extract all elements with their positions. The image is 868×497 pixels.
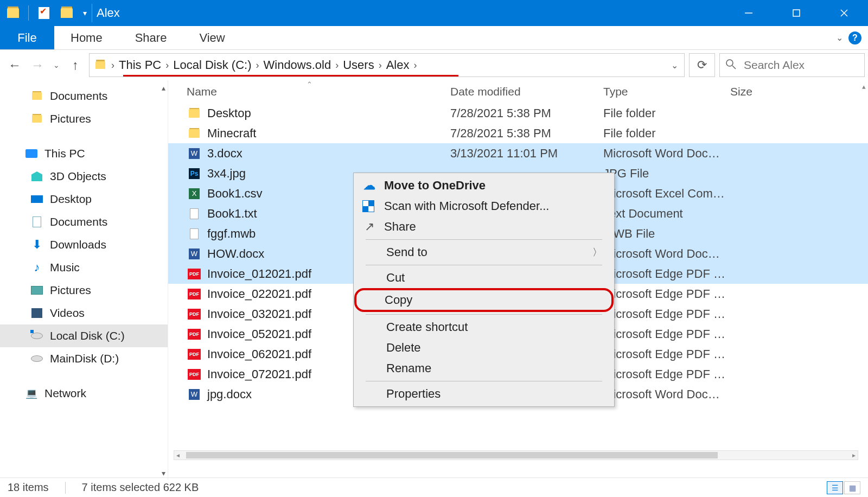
scroll-right-icon[interactable]: ▸	[852, 451, 856, 459]
sidebar-item-desktop[interactable]: Desktop	[0, 188, 168, 211]
chevron-right-icon[interactable]: ›	[253, 60, 263, 71]
folder-icon	[30, 90, 43, 103]
title-bar: ▾ Alex	[0, 0, 868, 26]
sidebar-item-label: Desktop	[50, 193, 92, 206]
sidebar-item-pictures[interactable]: Pictures	[0, 107, 168, 130]
col-size[interactable]: Size	[730, 85, 868, 98]
status-item-count: 18 items	[8, 481, 49, 494]
ribbon-tab-home[interactable]: Home	[54, 26, 119, 49]
crumb-local-disk[interactable]: Local Disk (C:)	[172, 58, 252, 72]
ribbon-expand-icon[interactable]: ⌄	[836, 33, 843, 43]
close-button[interactable]	[820, 0, 868, 26]
sidebar-item-downloads[interactable]: ⬇ Downloads	[0, 233, 168, 256]
ribbon-tabs: File Home Share View ⌄ ?	[0, 26, 868, 50]
scrollbar-thumb[interactable]	[186, 452, 718, 458]
help-icon[interactable]: ?	[848, 31, 861, 44]
file-row[interactable]: W3.docx3/13/2021 11:01 PMMicrosoft Word …	[168, 143, 868, 163]
sidebar-item-network[interactable]: 💻 Network	[0, 382, 168, 405]
ribbon-file-tab[interactable]: File	[0, 26, 54, 49]
qat-dropdown-icon[interactable]: ▾	[80, 9, 90, 17]
sidebar-item-music[interactable]: ♪ Music	[0, 256, 168, 279]
view-thumbnails-button[interactable]: ▦	[844, 481, 860, 494]
crumb-this-pc[interactable]: This PC	[118, 58, 162, 72]
chevron-right-icon[interactable]: ›	[108, 60, 118, 71]
ctx-share[interactable]: ↗ Share	[356, 216, 612, 237]
chevron-right-icon: 〉	[592, 246, 602, 259]
sidebar-item-videos[interactable]: Videos	[0, 302, 168, 324]
scroll-up-icon[interactable]: ▴	[162, 84, 165, 92]
col-type[interactable]: Type	[603, 85, 730, 98]
separator	[366, 265, 602, 265]
sidebar-item-label: Downloads	[50, 238, 106, 251]
file-type: File folder	[603, 106, 730, 120]
scroll-left-icon[interactable]: ◂	[176, 451, 180, 459]
folder-icon	[187, 129, 202, 138]
file-row[interactable]: Minecraft7/28/2021 5:38 PMFile folder	[168, 123, 868, 143]
crumb-alex[interactable]: Alex	[385, 58, 411, 72]
horizontal-scrollbar[interactable]: ◂ ▸	[174, 450, 858, 460]
address-bar[interactable]: › This PC › Local Disk (C:) › Windows.ol…	[89, 53, 685, 77]
chevron-right-icon[interactable]: ›	[162, 60, 172, 71]
col-date[interactable]: Date modified	[450, 85, 603, 98]
shield-icon	[362, 200, 376, 212]
ctx-rename[interactable]: Rename	[356, 358, 612, 379]
ribbon-tab-view[interactable]: View	[183, 26, 241, 49]
annotation-underline	[123, 75, 458, 77]
chevron-right-icon[interactable]: ›	[332, 60, 342, 71]
sidebar-item-documents[interactable]: Documents	[0, 85, 168, 107]
crumb-windows-old[interactable]: Windows.old	[263, 58, 333, 72]
ctx-send-to[interactable]: Send to 〉	[356, 242, 612, 263]
forward-button[interactable]: →	[28, 56, 47, 74]
folder-icon	[30, 112, 43, 125]
back-button[interactable]: ←	[5, 56, 24, 74]
pc-icon	[25, 147, 38, 160]
ctx-create-shortcut[interactable]: Create shortcut	[356, 317, 612, 337]
recent-dropdown-icon[interactable]: ⌄	[51, 56, 62, 74]
chevron-right-icon[interactable]: ›	[410, 60, 420, 71]
minimize-button[interactable]	[725, 0, 773, 26]
file-date: 3/13/2021 11:01 PM	[450, 146, 603, 161]
file-type: Microsoft Edge PDF …	[603, 267, 730, 281]
sidebar-item-pictures[interactable]: Pictures	[0, 279, 168, 302]
address-dropdown-icon[interactable]: ⌄	[665, 54, 684, 77]
scroll-down-icon[interactable]: ▾	[162, 469, 165, 477]
scroll-up-icon[interactable]: ▴	[862, 82, 866, 91]
sidebar-item-this-pc[interactable]: This PC	[0, 142, 168, 165]
up-button[interactable]: ↑	[66, 56, 85, 74]
cube-icon	[30, 170, 43, 183]
chevron-right-icon[interactable]: ›	[375, 60, 385, 71]
sidebar-item-3d-objects[interactable]: 3D Objects	[0, 165, 168, 188]
ctx-copy[interactable]: Copy	[354, 288, 614, 312]
sidebar-item-maindisk-d[interactable]: MainDisk (D:)	[0, 347, 168, 370]
search-box[interactable]	[719, 53, 865, 77]
file-type: MWB File	[603, 227, 730, 241]
file-row[interactable]: Desktop7/28/2021 5:38 PMFile folder	[168, 103, 868, 123]
pictures-icon	[30, 284, 43, 297]
ctx-scan-defender[interactable]: Scan with Microsoft Defender...	[356, 196, 612, 216]
sidebar-item-label: Videos	[50, 307, 85, 320]
separator	[28, 5, 29, 21]
ribbon-tab-share[interactable]: Share	[119, 26, 183, 49]
sidebar-item-label: Music	[50, 261, 80, 274]
maximize-button[interactable]	[773, 0, 820, 26]
ctx-cut[interactable]: Cut	[356, 267, 612, 288]
ctx-properties[interactable]: Properties	[356, 384, 612, 404]
col-name[interactable]: Name	[187, 85, 450, 98]
folder-icon[interactable]	[3, 3, 23, 23]
view-details-button[interactable]: ☰	[827, 481, 843, 494]
crumb-users[interactable]: Users	[342, 58, 375, 72]
sidebar-item-local-disk-c[interactable]: Local Disk (C:)	[0, 324, 168, 347]
network-icon: 💻	[25, 387, 38, 400]
sidebar-item-label: Documents	[50, 90, 107, 103]
new-folder-icon[interactable]	[57, 3, 76, 23]
ctx-move-onedrive[interactable]: ☁ Move to OneDrive	[356, 175, 612, 196]
sidebar-item-documents[interactable]: Documents	[0, 211, 168, 233]
refresh-button[interactable]: ⟳	[689, 53, 715, 77]
word-icon: W	[187, 389, 202, 400]
sidebar-item-label: Pictures	[50, 112, 91, 125]
search-input[interactable]	[744, 59, 859, 72]
file-name: 3.docx	[207, 146, 450, 161]
ctx-delete[interactable]: Delete	[356, 337, 612, 358]
properties-icon[interactable]	[34, 3, 54, 23]
pdf-icon: PDF	[187, 349, 202, 360]
